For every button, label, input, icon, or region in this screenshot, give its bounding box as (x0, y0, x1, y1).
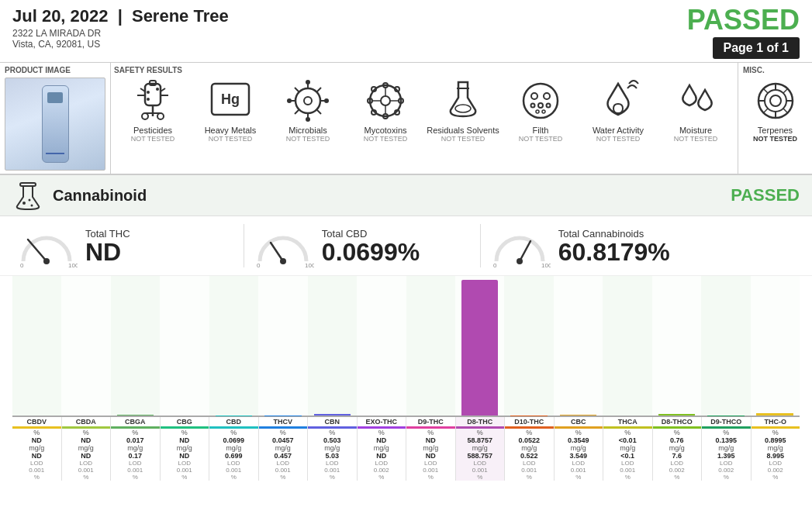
svg-line-76 (520, 241, 530, 261)
col-cbc: CBC % 0.3549 mg/g 3.549 LOD 0.001 % (555, 417, 604, 481)
svg-point-51 (536, 110, 539, 113)
svg-point-65 (22, 202, 26, 205)
bar-d8-thco (652, 276, 701, 415)
col-cbg: CBG % ND mg/g ND LOD 0.001 % (161, 417, 210, 481)
bar-thco (751, 276, 800, 415)
safety-item-name: Residuals Solvents (427, 126, 499, 135)
svg-point-46 (531, 93, 537, 99)
safety-icons-row: Pesticides NOT TESTED Hg Heavy Metals NO… (114, 76, 734, 143)
safety-item-status: NOT TESTED (286, 135, 330, 143)
svg-point-25 (306, 80, 310, 84)
svg-line-22 (316, 109, 321, 114)
svg-point-44 (455, 105, 471, 112)
gauge-cbd-value: 0.0699% (322, 240, 420, 264)
svg-point-67 (31, 205, 33, 207)
safety-item-name: Filth (533, 126, 549, 135)
svg-line-21 (295, 88, 299, 92)
address-line2: Vista, CA, 92081, US (12, 39, 229, 50)
svg-text:0: 0 (20, 262, 24, 269)
safety-results-col: SAFETY RESULTS (111, 63, 738, 174)
svg-point-52 (542, 110, 545, 113)
residuals-solvents-icon (438, 76, 488, 126)
svg-text:100: 100 (305, 262, 314, 269)
safety-item-pesticides: Pesticides NOT TESTED (114, 76, 192, 143)
svg-point-28 (324, 98, 329, 103)
cannabinoid-flask-icon (12, 180, 43, 211)
svg-point-69 (43, 258, 50, 264)
microbials-icon (283, 76, 333, 126)
safety-item-heavy-metals: Hg Heavy Metals NOT TESTED (192, 76, 269, 143)
gauge-total-values: Total Cannabinoids 60.8179% (558, 228, 670, 264)
bar-d10-thc (504, 276, 553, 415)
safety-section: PRODUCT IMAGE SAFETY RESULTS (0, 63, 812, 175)
svg-text:0: 0 (257, 262, 261, 269)
safety-item-status: NOT TESTED (209, 135, 253, 143)
safety-item-name: Microbials (289, 126, 327, 135)
safety-item-name: Water Activity (593, 126, 644, 135)
safety-item-mycotoxins: Mycotoxins NOT TESTED (347, 76, 424, 143)
header: Jul 20, 2022 | Serene Tree 2322 LA MIRAD… (0, 0, 812, 63)
svg-text:100: 100 (541, 262, 551, 269)
safety-item-name: Moisture (679, 126, 712, 135)
svg-point-73 (280, 258, 286, 264)
col-exo-thc: EXO-THC % ND mg/g ND LOD 0.002 % (358, 417, 407, 481)
gauge-cbd-values: Total CBD 0.0699% (322, 228, 420, 264)
safety-item-status: NOT TESTED (519, 135, 563, 143)
svg-point-16 (304, 97, 312, 105)
col-d9-thc: D9-THC % ND mg/g ND LOD 0.001 % (406, 417, 456, 481)
bar-d9-thc (406, 276, 455, 415)
svg-point-48 (538, 103, 543, 108)
gauge-cbd: 0 100 Total CBD 0.0699% (252, 222, 472, 269)
chart-section: CBDV % ND mg/g ND LOD 0.001 % CBDA % ND … (0, 276, 812, 481)
svg-line-24 (295, 109, 299, 114)
heavy-metals-icon: Hg (206, 76, 255, 126)
chart-area (12, 276, 800, 415)
bar-d8-thc (455, 276, 504, 415)
moisture-icon (671, 76, 720, 126)
svg-line-63 (764, 109, 768, 112)
gauge-total-value: 60.8179% (558, 240, 670, 264)
safety-item-moisture: Moisture NOT TESTED (657, 76, 734, 143)
safety-item-name: Pesticides (133, 126, 172, 135)
cannabinoid-title: Cannabinoid (53, 187, 147, 205)
svg-text:100: 100 (68, 262, 78, 269)
svg-point-55 (770, 95, 781, 106)
safety-results-label: SAFETY RESULTS (114, 66, 734, 74)
svg-point-26 (306, 117, 310, 122)
svg-point-45 (523, 84, 558, 118)
svg-point-11 (156, 88, 159, 91)
bar-cbd (209, 276, 258, 415)
gauge-total-svg: 0 100 (489, 222, 551, 269)
col-thcv: THCV % 0.0457 mg/g 0.457 LOD 0.001 % (259, 417, 309, 481)
svg-point-2 (142, 113, 148, 119)
bar-exo-thc (357, 276, 406, 415)
svg-line-72 (271, 243, 283, 261)
pesticides-icon (128, 76, 178, 126)
col-cbn: CBN % 0.503 mg/g 5.03 LOD 0.001 % (308, 417, 358, 481)
product-image-label: PRODUCT IMAGE (5, 66, 105, 74)
header-left: Jul 20, 2022 | Serene Tree 2322 LA MIRAD… (12, 6, 229, 50)
misc-label: MISC. (743, 66, 807, 74)
safety-item-filth: Filth NOT TESTED (502, 76, 579, 143)
svg-point-50 (547, 104, 551, 108)
svg-line-23 (316, 88, 321, 92)
gauge-thc-value: ND (85, 240, 130, 264)
svg-point-3 (157, 113, 164, 119)
cannabinoid-header: Cannabinoid PASSED (0, 175, 812, 216)
safety-item-status: NOT TESTED (596, 135, 641, 143)
svg-line-62 (783, 89, 787, 93)
address-line1: 2322 LA MIRADA DR (12, 28, 229, 39)
bar-cbc (554, 276, 603, 415)
col-cbdv: CBDV % ND mg/g ND LOD 0.001 % (12, 417, 62, 481)
col-thca: THCA % <0.01 mg/g <0.1 LOD 0.001 % (603, 417, 653, 481)
bar-thcv (258, 276, 307, 415)
svg-line-61 (783, 109, 787, 112)
svg-point-49 (531, 104, 535, 108)
safety-item-status: NOT TESTED (364, 135, 408, 143)
safety-item-status: NOT TESTED (131, 135, 175, 143)
svg-line-60 (764, 89, 768, 93)
bar-cbga (111, 276, 160, 415)
svg-point-47 (544, 93, 550, 99)
svg-line-68 (28, 240, 47, 261)
svg-point-30 (381, 96, 390, 105)
